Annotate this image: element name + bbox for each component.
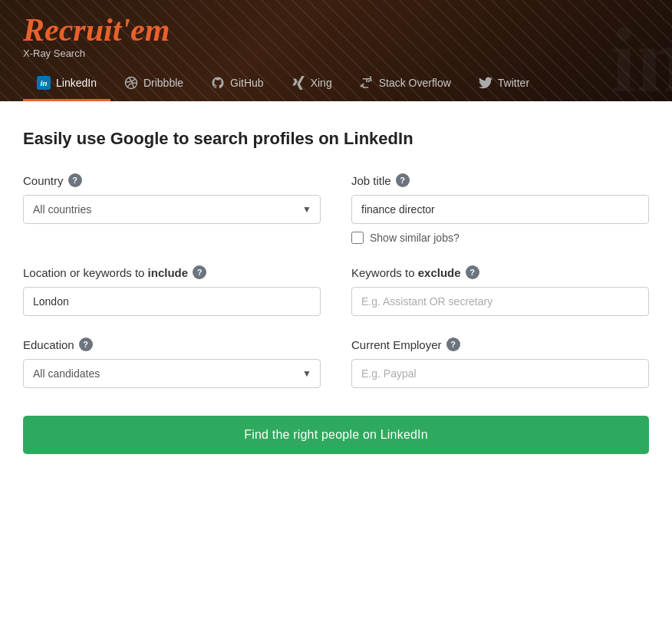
job-title-input[interactable] [351,195,649,224]
current-employer-group: Current Employer ? [351,337,649,388]
show-similar-jobs-label[interactable]: Show similar jobs? [370,232,460,244]
include-keywords-group: Location or keywords to include ? [23,265,321,316]
nav-item-github[interactable]: GitHub [197,67,278,101]
exclude-keywords-input[interactable] [351,287,649,316]
education-label-row: Education ? [23,337,321,351]
nav-item-xing[interactable]: Xing [278,67,346,101]
country-label: Country [23,174,64,187]
include-keywords-help-icon[interactable]: ? [193,265,206,279]
nav-label-twitter: Twitter [498,77,529,89]
job-title-label: Job title [351,174,391,187]
exclude-keywords-label-row: Keywords to exclude ? [351,265,649,279]
xing-icon [292,76,305,90]
header: in Recruit'em X-Ray Search in LinkedIn D… [0,0,672,101]
education-select-wrapper: All candidates High School Bachelor's De… [23,359,321,388]
job-title-group: Job title ? Show similar jobs? [351,173,649,244]
nav-item-dribbble[interactable]: Dribbble [110,67,197,101]
country-select-wrapper: All countries United States United Kingd… [23,195,321,224]
nav-label-linkedin: LinkedIn [56,77,97,89]
country-label-row: Country ? [23,173,321,187]
education-help-icon[interactable]: ? [79,337,93,351]
twitter-icon [479,76,492,90]
search-button[interactable]: Find the right people on LinkedIn [23,416,649,454]
nav-label-stackoverflow: Stack Overflow [379,77,451,89]
education-select[interactable]: All candidates High School Bachelor's De… [23,359,321,388]
include-keywords-label-row: Location or keywords to include ? [23,265,321,279]
education-label: Education [23,338,74,351]
exclude-keywords-group: Keywords to exclude ? [351,265,649,316]
nav-item-stackoverflow[interactable]: Stack Overflow [346,67,465,101]
nav-item-twitter[interactable]: Twitter [465,67,543,101]
job-title-label-row: Job title ? [351,173,649,187]
page-title: Easily use Google to search profiles on … [23,129,649,149]
main-nav: in LinkedIn Dribbble GitHub [23,67,649,101]
show-similar-jobs-row: Show similar jobs? [351,232,649,244]
education-group: Education ? All candidates High School B… [23,337,321,388]
nav-label-github: GitHub [230,77,264,89]
country-select[interactable]: All countries United States United Kingd… [23,195,321,224]
github-icon [211,76,225,90]
search-form: Country ? All countries United States Un… [23,173,649,388]
exclude-keywords-label: Keywords to exclude [351,266,461,279]
include-keywords-input[interactable] [23,287,321,316]
current-employer-input[interactable] [351,359,649,388]
dribbble-icon [124,76,138,90]
exclude-keywords-help-icon[interactable]: ? [466,265,479,279]
nav-label-dribbble: Dribbble [143,77,183,89]
logo-area: Recruit'em X-Ray Search [23,14,649,59]
nav-item-linkedin[interactable]: in LinkedIn [23,67,110,101]
linkedin-icon: in [37,76,51,90]
country-group: Country ? All countries United States Un… [23,173,321,244]
country-help-icon[interactable]: ? [68,173,82,187]
main-content: Easily use Google to search profiles on … [0,101,672,485]
stackoverflow-icon [360,76,374,90]
show-similar-jobs-checkbox[interactable] [351,232,364,244]
job-title-help-icon[interactable]: ? [396,173,410,187]
current-employer-help-icon[interactable]: ? [446,337,460,351]
current-employer-label: Current Employer [351,338,442,351]
logo-text: Recruit'em [23,14,649,46]
nav-label-xing: Xing [311,77,332,89]
logo-tagline: X-Ray Search [23,48,649,59]
current-employer-label-row: Current Employer ? [351,337,649,351]
include-keywords-label: Location or keywords to include [23,266,188,279]
